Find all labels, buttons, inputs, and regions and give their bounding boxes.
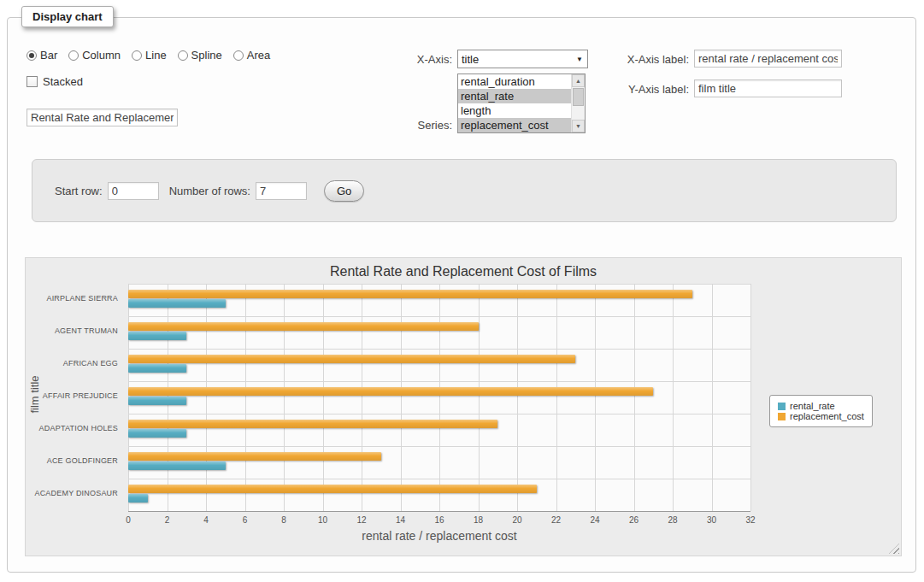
radio-label: Line: [145, 49, 167, 62]
stacked-checkbox-row[interactable]: Stacked: [26, 75, 83, 88]
category-label: AFFAIR PREJUDICE: [26, 391, 118, 400]
series-options: rental_durationrental_ratelengthreplacem…: [458, 74, 571, 132]
go-button[interactable]: Go: [324, 180, 364, 202]
category-label: ACADEMY DINOSAUR: [26, 489, 118, 497]
x-gridline: [750, 284, 751, 511]
start-row-input[interactable]: [108, 182, 159, 200]
x-tick-label: 4: [203, 515, 209, 525]
legend-item-replacement_cost[interactable]: replacement_cost: [778, 411, 864, 421]
x-gridline: [517, 284, 518, 511]
x-gridline: [479, 284, 480, 511]
x-gridline: [284, 284, 285, 511]
y-gridline: [128, 381, 750, 382]
x-axis-title: rental rate / replacement cost: [128, 529, 750, 543]
scroll-up-icon[interactable]: ▲: [572, 74, 585, 87]
start-row-label: Start row:: [55, 185, 103, 197]
bar-rental_rate: [128, 397, 186, 405]
x-gridline: [323, 284, 324, 511]
radio-label: Area: [247, 49, 270, 62]
y-gridline: [128, 479, 750, 479]
radio-icon[interactable]: [132, 50, 142, 61]
series-option-length[interactable]: length: [458, 103, 571, 118]
bar-replacement_cost: [128, 420, 497, 428]
legend-item-rental_rate[interactable]: rental_rate: [778, 401, 864, 411]
series-scrollbar[interactable]: ▲ ▼: [571, 74, 585, 132]
x-tick-label: 2: [165, 515, 170, 525]
x-tick-label: 24: [590, 515, 599, 525]
x-tick-label: 6: [243, 515, 248, 525]
radio-label: Bar: [40, 49, 57, 62]
category-label: AFRICAN EGG: [26, 359, 118, 367]
bar-rental_rate: [128, 299, 226, 308]
series-option-rental_duration[interactable]: rental_duration: [458, 74, 571, 89]
bar-rental_rate: [128, 429, 186, 438]
x-tick-label: 20: [512, 515, 521, 525]
chart-title-input[interactable]: [26, 109, 178, 126]
x-gridline: [401, 284, 402, 511]
panel-legend: Display chart: [21, 6, 114, 27]
x-gridline: [634, 284, 635, 511]
y-axis-label-label: Y-Axis label:: [599, 83, 689, 96]
radio-label: Column: [82, 49, 121, 62]
x-axis-select-label: X-Axis:: [367, 53, 452, 66]
y-gridline: [128, 316, 750, 317]
x-axis-label-label: X-Axis label:: [599, 53, 689, 66]
series-select-label: Series:: [367, 119, 452, 132]
bar-replacement_cost: [128, 452, 381, 461]
x-tick-label: 30: [707, 515, 716, 525]
bar-rental_rate: [128, 461, 226, 470]
y-gridline: [128, 446, 750, 447]
chart-type-bar[interactable]: Bar: [26, 49, 57, 62]
bar-replacement_cost: [128, 387, 653, 396]
legend-items: rental_ratereplacement_cost: [778, 401, 864, 421]
x-gridline: [595, 284, 596, 511]
x-gridline: [206, 284, 207, 511]
category-axis-labels: AIRPLANE SIERRAAGENT TRUMANAFRICAN EGGAF…: [26, 258, 122, 556]
series-option-replacement_cost[interactable]: replacement_cost: [458, 118, 571, 132]
x-axis-select[interactable]: title ▼: [457, 50, 588, 68]
x-tick-label: 10: [318, 515, 327, 525]
category-label: ACE GOLDFINGER: [26, 456, 118, 465]
x-tick-label: 18: [474, 515, 483, 525]
bar-rental_rate: [128, 364, 186, 373]
x-tick-label: 28: [668, 515, 677, 525]
chart-type-spline[interactable]: Spline: [178, 49, 222, 62]
chart-type-radios: BarColumnLineSplineArea: [26, 49, 281, 62]
x-gridline: [673, 284, 674, 511]
x-tick-label: 32: [745, 515, 755, 525]
bar-replacement_cost: [128, 322, 479, 331]
display-chart-panel: Display chart BarColumnLineSplineArea St…: [7, 17, 916, 573]
chart-type-area[interactable]: Area: [233, 49, 270, 62]
x-gridline: [556, 284, 557, 511]
radio-icon[interactable]: [178, 50, 188, 61]
number-of-rows-input[interactable]: [256, 182, 307, 200]
category-label: AGENT TRUMAN: [26, 326, 118, 335]
category-label: ADAPTATION HOLES: [26, 424, 118, 432]
resize-handle-icon[interactable]: [889, 544, 899, 554]
scrollbar-thumb[interactable]: [573, 88, 584, 106]
y-gridline: [128, 284, 750, 285]
chevron-down-icon[interactable]: ▼: [572, 56, 587, 63]
chart-type-column[interactable]: Column: [68, 49, 121, 62]
x-tick-label: 16: [434, 515, 444, 525]
scroll-down-icon[interactable]: ▼: [572, 120, 585, 132]
y-axis-label-input[interactable]: [694, 79, 842, 97]
x-gridline: [362, 284, 362, 511]
category-label: AIRPLANE SIERRA: [26, 294, 118, 303]
y-gridline: [128, 511, 750, 512]
bar-replacement_cost: [128, 290, 692, 298]
chart-type-line[interactable]: Line: [132, 49, 167, 62]
radio-icon[interactable]: [68, 50, 79, 61]
radio-label: Spline: [191, 49, 222, 62]
series-listbox[interactable]: rental_durationrental_ratelengthreplacem…: [457, 73, 586, 133]
series-option-rental_rate[interactable]: rental_rate: [458, 89, 571, 103]
x-tick-label: 14: [396, 515, 405, 525]
radio-icon[interactable]: [233, 50, 244, 61]
radio-icon[interactable]: [26, 50, 37, 61]
x-axis-label-input[interactable]: [694, 50, 842, 68]
plot-area: [128, 284, 750, 511]
stacked-checkbox[interactable]: [26, 76, 38, 87]
y-gridline: [128, 414, 750, 414]
x-tick-label: 22: [551, 515, 561, 525]
legend-swatch: [778, 413, 786, 420]
